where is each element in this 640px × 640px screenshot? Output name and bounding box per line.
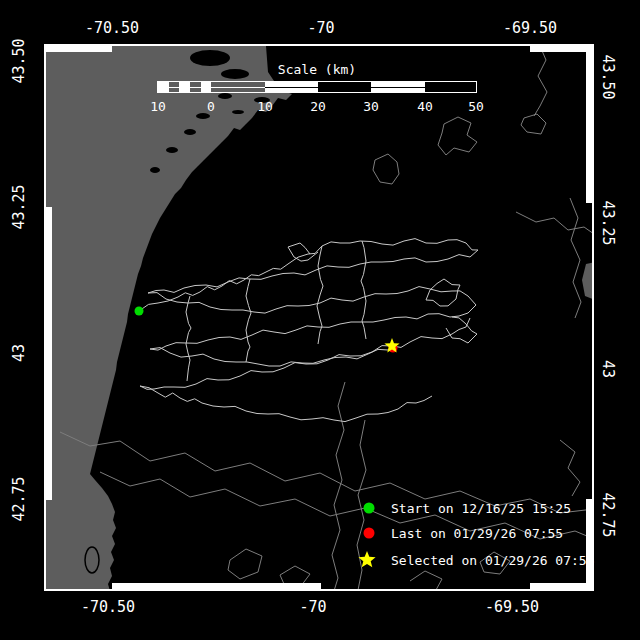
lon-label-bottom: -70.50 bbox=[81, 598, 135, 616]
lat-label-right: 43.50 bbox=[599, 54, 617, 99]
drifter-track bbox=[150, 318, 470, 366]
scalebar-tick-label: 30 bbox=[363, 99, 379, 114]
scalebar-tick-label: 20 bbox=[310, 99, 326, 114]
drifter-track-map: -70.50 -70 -69.50 -70.50 -70 -69.50 43.5… bbox=[0, 0, 640, 640]
lon-label-bottom: -69.50 bbox=[485, 598, 539, 616]
lat-label-right: 43.25 bbox=[599, 200, 617, 245]
contour-line bbox=[534, 46, 547, 116]
contour-line bbox=[560, 440, 580, 496]
drifter-track bbox=[317, 246, 323, 344]
scalebar-tick-label: 50 bbox=[468, 99, 484, 114]
contour-line bbox=[228, 549, 262, 579]
scalebar-tick-label: 10 bbox=[257, 99, 273, 114]
contour-line bbox=[521, 114, 546, 134]
frame-bar bbox=[530, 583, 594, 589]
drifter-track bbox=[288, 243, 318, 261]
frame-top bbox=[44, 44, 594, 46]
legend-start-marker-icon bbox=[357, 496, 381, 520]
lat-label-left: 42.75 bbox=[10, 476, 28, 521]
scalebar-midline-black bbox=[265, 87, 318, 88]
drifter-tracks bbox=[139, 239, 478, 422]
contour-line bbox=[516, 212, 594, 234]
lat-label-left: 43 bbox=[10, 344, 28, 362]
lon-label-top: -70 bbox=[307, 19, 334, 37]
frame-bar bbox=[46, 46, 112, 52]
lon-label-top: -69.50 bbox=[503, 19, 557, 37]
frame-bar bbox=[586, 499, 592, 589]
frame-right bbox=[592, 44, 594, 591]
drifter-track bbox=[148, 287, 476, 351]
drifter-track bbox=[140, 346, 392, 390]
scalebar-midline-black bbox=[371, 87, 425, 88]
frame-bar bbox=[530, 46, 594, 52]
scalebar-tick-label: 40 bbox=[417, 99, 433, 114]
drifter-track bbox=[426, 279, 460, 306]
legend-start-label: Start on 12/16/25 15:25 bbox=[391, 501, 571, 516]
drifter-track bbox=[246, 279, 251, 362]
legend-selected-marker-icon bbox=[355, 548, 379, 572]
lat-label-right: 43 bbox=[599, 360, 617, 378]
contour-line bbox=[410, 571, 442, 590]
frame-bottom bbox=[44, 589, 594, 591]
legend-last-label: Last on 01/29/26 07:55 bbox=[391, 526, 563, 541]
scalebar-title: Scale (km) bbox=[278, 62, 356, 77]
scalebar bbox=[157, 81, 477, 93]
land-polygon bbox=[46, 46, 390, 591]
legend-selected-label: Selected on 01/29/26 07:55 bbox=[391, 553, 595, 568]
lon-label-bottom: -70 bbox=[299, 598, 326, 616]
contour-line bbox=[570, 198, 581, 318]
frame-bar bbox=[112, 583, 321, 589]
drifter-track bbox=[140, 386, 432, 422]
legend-last-marker-icon bbox=[357, 521, 381, 545]
track-markers bbox=[135, 307, 400, 353]
start-position-marker bbox=[135, 307, 144, 316]
scalebar-midline bbox=[158, 87, 265, 88]
scalebar-tick-label: 10 bbox=[150, 99, 166, 114]
frame-bar bbox=[46, 207, 52, 500]
contour-line bbox=[332, 382, 345, 591]
drifter-track bbox=[446, 317, 477, 343]
lon-label-top: -70.50 bbox=[85, 19, 139, 37]
drifter-track bbox=[361, 241, 366, 339]
drifter-track bbox=[186, 296, 191, 381]
frame-bar bbox=[586, 46, 592, 203]
lat-label-left: 43.25 bbox=[10, 184, 28, 229]
scalebar-tick-label: 0 bbox=[207, 99, 215, 114]
lat-label-right: 42.75 bbox=[599, 492, 617, 537]
map-plot-area bbox=[0, 0, 640, 640]
contour-line bbox=[373, 154, 399, 184]
contour-line bbox=[438, 117, 477, 155]
lat-label-left: 43.50 bbox=[10, 38, 28, 83]
